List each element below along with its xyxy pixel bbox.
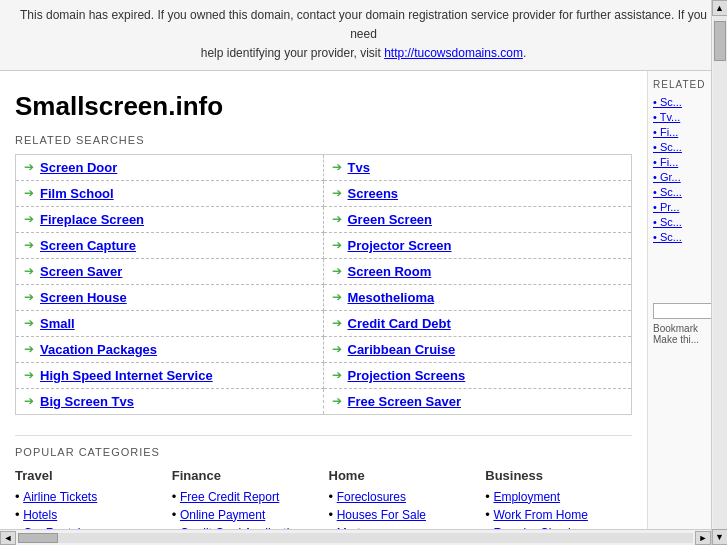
category-link[interactable]: Online Payment <box>180 508 265 522</box>
arrow-icon: ➔ <box>332 186 342 200</box>
list-item: ➔ Free Screen Saver <box>324 389 632 414</box>
arrow-icon: ➔ <box>24 342 34 356</box>
scroll-up-button[interactable]: ▲ <box>712 0 728 16</box>
search-link[interactable]: Free Screen Saver <box>348 394 461 409</box>
arrow-icon: ➔ <box>24 368 34 382</box>
category-heading: Travel <box>15 468 162 483</box>
search-link[interactable]: Big Screen Tvs <box>40 394 134 409</box>
search-link[interactable]: Tvs <box>348 160 370 175</box>
scroll-right-button[interactable]: ► <box>695 531 711 545</box>
list-item: Online Payment <box>172 507 319 522</box>
arrow-icon: ➔ <box>332 212 342 226</box>
category-link[interactable]: Foreclosures <box>337 490 406 504</box>
related-searches-grid: ➔ Screen Door ➔ Tvs ➔ Film School ➔ Scre… <box>15 154 632 415</box>
arrow-icon: ➔ <box>332 264 342 278</box>
search-link[interactable]: High Speed Internet Service <box>40 368 213 383</box>
category-heading: Home <box>329 468 476 483</box>
category-link[interactable]: Hotels <box>23 508 57 522</box>
category-heading: Business <box>485 468 632 483</box>
search-link[interactable]: Projector Screen <box>348 238 452 253</box>
list-item: Hotels <box>15 507 162 522</box>
site-title: Smallscreen.info <box>15 91 632 122</box>
search-link[interactable]: Green Screen <box>348 212 433 227</box>
list-item: ➔ Small <box>16 311 324 337</box>
arrow-icon: ➔ <box>332 342 342 356</box>
list-item: ➔ Projector Screen <box>324 233 632 259</box>
list-item: ➔ Credit Card Debt <box>324 311 632 337</box>
sidebar-text-input[interactable] <box>653 303 713 319</box>
popular-categories-label: POPULAR CATEGORIES <box>15 446 632 458</box>
list-item: ➔ Caribbean Cruise <box>324 337 632 363</box>
list-item: ➔ Green Screen <box>324 207 632 233</box>
left-panel: Smallscreen.info RELATED SEARCHES ➔ Scre… <box>0 71 647 545</box>
arrow-icon: ➔ <box>332 160 342 174</box>
search-link[interactable]: Film School <box>40 186 114 201</box>
search-link[interactable]: Screens <box>348 186 399 201</box>
search-link[interactable]: Projection Screens <box>348 368 466 383</box>
list-item: ➔ Big Screen Tvs <box>16 389 324 414</box>
category-link[interactable]: Free Credit Report <box>180 490 279 504</box>
banner-text1: This domain has expired. If you owned th… <box>20 8 707 41</box>
popular-categories: POPULAR CATEGORIES Travel Airline Ticket… <box>15 435 632 543</box>
arrow-icon: ➔ <box>332 368 342 382</box>
list-item: ➔ Screen House <box>16 285 324 311</box>
search-link[interactable]: Small <box>40 316 75 331</box>
category-heading: Finance <box>172 468 319 483</box>
list-item: ➔ Screen Room <box>324 259 632 285</box>
list-item: Employment <box>485 489 632 504</box>
list-item: ➔ Screen Capture <box>16 233 324 259</box>
list-item: ➔ Projection Screens <box>324 363 632 389</box>
list-item: Houses For Sale <box>329 507 476 522</box>
arrow-icon: ➔ <box>24 186 34 200</box>
arrow-icon: ➔ <box>24 316 34 330</box>
arrow-icon: ➔ <box>332 238 342 252</box>
horizontal-scrollbar: ◄ ► <box>0 529 711 545</box>
list-item: Work From Home <box>485 507 632 522</box>
search-link[interactable]: Caribbean Cruise <box>348 342 456 357</box>
category-link[interactable]: Work From Home <box>493 508 587 522</box>
arrow-icon: ➔ <box>24 160 34 174</box>
arrow-icon: ➔ <box>332 316 342 330</box>
hscroll-track <box>18 533 693 543</box>
arrow-icon: ➔ <box>24 264 34 278</box>
list-item: ➔ Mesothelioma <box>324 285 632 311</box>
hscroll-thumb[interactable] <box>18 533 58 543</box>
search-link[interactable]: Screen House <box>40 290 127 305</box>
list-item: ➔ Screens <box>324 181 632 207</box>
main-layout: Smallscreen.info RELATED SEARCHES ➔ Scre… <box>0 71 727 545</box>
list-item: Foreclosures <box>329 489 476 504</box>
arrow-icon: ➔ <box>24 212 34 226</box>
related-searches-label: RELATED SEARCHES <box>15 134 632 146</box>
arrow-icon: ➔ <box>24 290 34 304</box>
search-link[interactable]: Screen Room <box>348 264 432 279</box>
arrow-icon: ➔ <box>332 290 342 304</box>
category-link[interactable]: Employment <box>493 490 560 504</box>
scroll-thumb[interactable] <box>714 21 726 61</box>
search-link[interactable]: Fireplace Screen <box>40 212 144 227</box>
arrow-icon: ➔ <box>332 394 342 408</box>
category-link[interactable]: Houses For Sale <box>337 508 426 522</box>
scroll-left-button[interactable]: ◄ <box>0 531 16 545</box>
arrow-icon: ➔ <box>24 238 34 252</box>
list-item: Airline Tickets <box>15 489 162 504</box>
scroll-down-button[interactable]: ▼ <box>712 529 728 545</box>
list-item: ➔ Vacation Packages <box>16 337 324 363</box>
list-item: Free Credit Report <box>172 489 319 504</box>
banner-text2: help identifying your provider, visit <box>201 46 384 60</box>
search-link[interactable]: Screen Door <box>40 160 117 175</box>
category-link[interactable]: Airline Tickets <box>23 490 97 504</box>
list-item: ➔ High Speed Internet Service <box>16 363 324 389</box>
search-link[interactable]: Credit Card Debt <box>348 316 451 331</box>
list-item: ➔ Screen Saver <box>16 259 324 285</box>
search-link[interactable]: Mesothelioma <box>348 290 435 305</box>
search-link[interactable]: Screen Capture <box>40 238 136 253</box>
scroll-track <box>713 16 727 529</box>
search-link[interactable]: Screen Saver <box>40 264 122 279</box>
list-item: ➔ Fireplace Screen <box>16 207 324 233</box>
list-item: ➔ Tvs <box>324 155 632 181</box>
list-item: ➔ Film School <box>16 181 324 207</box>
banner-link[interactable]: http://tucowsdomains.com <box>384 46 523 60</box>
vertical-scrollbar[interactable]: ▲ ▼ <box>711 0 727 545</box>
search-link[interactable]: Vacation Packages <box>40 342 157 357</box>
arrow-icon: ➔ <box>24 394 34 408</box>
